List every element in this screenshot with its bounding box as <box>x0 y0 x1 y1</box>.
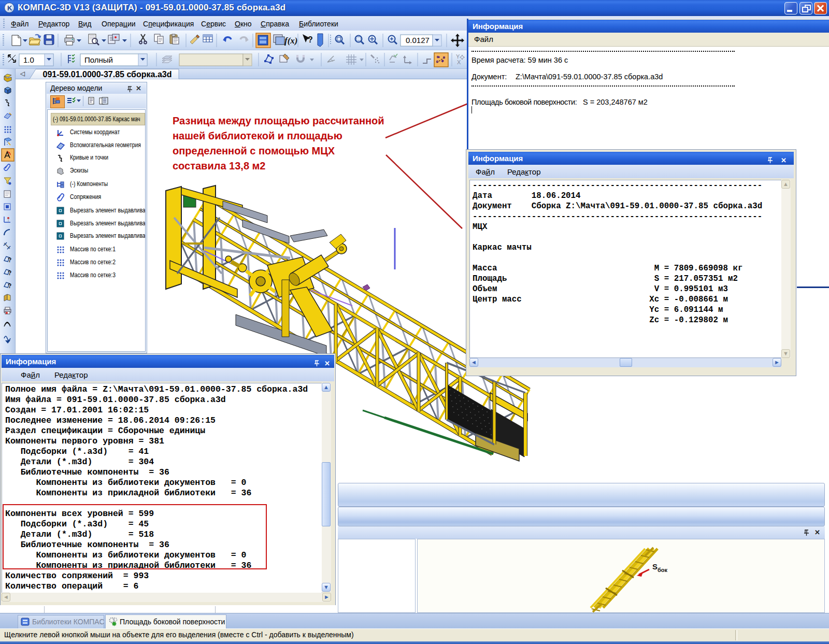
svg-text:0.0127: 0.0127 <box>406 36 430 45</box>
svg-text:?: ? <box>8 282 11 290</box>
svg-text:Полный: Полный <box>84 55 113 64</box>
svg-text:?: ? <box>8 269 11 277</box>
svg-text:091-59.01.0000-37.85 сборка.a3: 091-59.01.0000-37.85 сборка.a3d <box>43 70 172 79</box>
svg-text:S: S <box>652 562 658 571</box>
svg-text:X: X <box>457 59 461 65</box>
svg-text:?: ? <box>8 256 11 264</box>
svg-text:f(x): f(x) <box>284 36 297 46</box>
svg-text:1.0: 1.0 <box>23 55 34 64</box>
svg-text:бок: бок <box>658 567 668 573</box>
svg-text:?: ? <box>308 35 313 44</box>
